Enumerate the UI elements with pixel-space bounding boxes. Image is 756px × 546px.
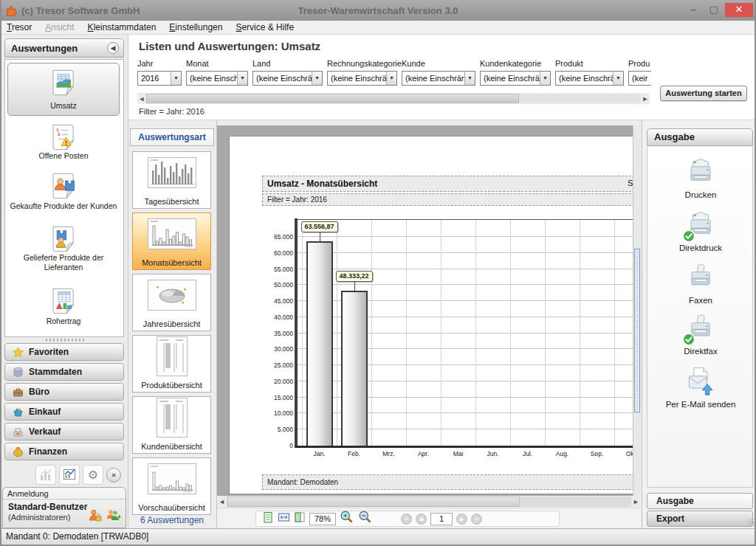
whole-page-view-icon[interactable] — [262, 511, 274, 527]
zoom-out-icon[interactable] — [358, 510, 373, 528]
menu-item-kleinstammdaten[interactable]: Kleinstammdaten — [81, 21, 163, 33]
app-window: (c) Tresor Software GmbH Tresor-Warenwir… — [0, 0, 756, 546]
preview-vscroll-thumb[interactable] — [634, 249, 640, 412]
filter-select-rechnungskategorie[interactable]: (keine Einschrän▼ — [327, 71, 397, 86]
chevron-down-icon[interactable]: ▼ — [540, 72, 550, 85]
output-direktfax[interactable]: Direktfax — [647, 314, 754, 356]
sidebar-header: Auswertungen ◀ — [4, 38, 124, 58]
sidebar-item-umsatz[interactable]: Umsatz — [7, 63, 120, 116]
report-type-monatsübersicht[interactable]: Monatsübersicht — [132, 212, 211, 270]
collapse-sidebar-icon[interactable]: ◀ — [107, 42, 119, 54]
first-page-icon[interactable]: « — [401, 514, 412, 525]
gridline — [337, 220, 337, 446]
x-axis-tick: Jun. — [475, 450, 510, 457]
filter-select-kunde[interactable]: (keine Einschrän▼ — [402, 71, 475, 86]
chevron-down-icon[interactable]: ▼ — [386, 72, 396, 85]
filter-select-produ[interactable]: (keir▼ — [628, 71, 651, 86]
menu-item-tresor[interactable]: Tresor — [0, 21, 38, 33]
sidebar-section-büro[interactable]: Büro — [4, 383, 124, 401]
actual-size-view-icon[interactable] — [294, 511, 306, 526]
add-user-icon[interactable] — [106, 509, 121, 525]
start-report-button[interactable]: Auswertung starten — [660, 86, 747, 101]
output-direktdruck[interactable]: Direktdruck — [647, 209, 754, 252]
chevron-down-icon[interactable]: ▼ — [464, 72, 475, 85]
chevron-down-icon[interactable]: ▼ — [613, 72, 623, 85]
output-header: Ausgabe — [647, 128, 753, 146]
module-chart-button[interactable] — [59, 465, 80, 485]
preview-vertical-scrollbar[interactable] — [633, 125, 641, 496]
scroll-right-icon[interactable]: ► — [631, 498, 641, 505]
scroll-left-icon[interactable]: ◄ — [217, 498, 227, 505]
output-faxen[interactable]: Faxen — [647, 263, 754, 305]
gridline — [441, 220, 441, 446]
menu-item-einstellungen[interactable]: Einstellungen — [162, 21, 229, 33]
filter-select-monat[interactable]: (keine Einschrä▼ — [186, 71, 248, 86]
last-page-icon[interactable]: » — [471, 514, 482, 525]
filter-label-jahr: Jahr — [137, 59, 153, 68]
page-number-input[interactable]: 1 — [430, 513, 453, 525]
chevron-down-icon[interactable]: ▼ — [312, 72, 322, 85]
report-type-kundenübersicht[interactable]: Kundenübersicht — [132, 396, 211, 454]
menu-item-service-hilfe[interactable]: Service & Hilfe — [229, 21, 300, 33]
output-per-e-mail-senden[interactable]: Per E-Mail senden — [647, 365, 754, 409]
output-tab-ausgabe[interactable]: Ausgabe — [647, 493, 753, 509]
filter-select-produkt[interactable]: (keine Einschrän▼ — [555, 71, 624, 86]
preview-horizontal-scrollbar[interactable]: ◄ ► — [217, 496, 641, 508]
scroll-right-icon[interactable]: ► — [641, 95, 650, 103]
sidebar-section-einkauf[interactable]: Einkauf — [4, 403, 124, 421]
statusbar: Mandant 0: Demodaten [TRWADB0] — [0, 528, 756, 545]
filter-value: (keine Einschrän — [402, 72, 464, 85]
filter-scrollbar-thumb[interactable] — [146, 94, 519, 103]
filter-select-kundenkategorie[interactable]: (keine Einschrän▼ — [480, 71, 551, 86]
basket-icon — [13, 407, 24, 418]
data-label-connector — [320, 232, 320, 241]
chevron-down-icon[interactable]: ▼ — [237, 72, 247, 85]
x-axis-tick: Jul. — [510, 450, 545, 457]
zoom-level[interactable]: 78% — [309, 513, 336, 525]
x-axis-tick: Mai — [441, 450, 475, 457]
scroll-left-icon[interactable]: ◄ — [137, 95, 146, 103]
user-lock-icon[interactable] — [89, 509, 102, 525]
overflow-chevron-button[interactable]: » — [106, 468, 121, 483]
sidebar-section-finanzen[interactable]: Finanzen — [4, 443, 124, 460]
sidebar-section-label: Stammdaten — [29, 367, 82, 377]
sidebar-section-favoriten[interactable]: Favoriten — [4, 343, 124, 361]
report-title: Umsatz - Monatsübersicht — [267, 179, 377, 189]
settings-gear-button[interactable]: ⚙ — [83, 465, 103, 485]
filter-label-produkt: Produkt — [555, 59, 583, 68]
sidebar-section-stammdaten[interactable]: Stammdaten — [4, 363, 124, 381]
report-footer-box: Mandant: Demodaten — [262, 474, 641, 490]
next-page-icon[interactable]: ▶ — [456, 514, 467, 525]
resize-grip[interactable] — [748, 519, 755, 526]
output-item-label: Direktfax — [647, 347, 754, 356]
report-type-tagesübersicht[interactable]: Tagesübersicht — [132, 151, 211, 209]
briefcase-icon — [13, 387, 24, 398]
report-type-produktübersicht[interactable]: Produktübersicht — [132, 335, 211, 393]
maximize-icon[interactable]: ▢ — [706, 3, 722, 17]
page-width-view-icon[interactable] — [278, 511, 290, 526]
sidebar-splitter[interactable] — [46, 339, 84, 342]
filter-select-land[interactable]: (keine Einschrän▼ — [252, 71, 323, 86]
previous-page-icon[interactable]: ◀ — [416, 514, 427, 525]
sidebar-item-label: Gelieferte Produkte der Lieferanten — [7, 253, 120, 272]
gridline — [475, 220, 476, 446]
report-type-label: Tagesübersicht — [145, 197, 199, 206]
report-type-vorschauübersicht[interactable]: Vorschauübersicht — [132, 457, 211, 515]
sidebar-section-verkauf[interactable]: Verkauf — [4, 423, 124, 440]
printer-icon — [685, 156, 716, 190]
module-reports-button[interactable] — [35, 465, 56, 485]
sidebar-mini-toolbar: ⚙ » — [1, 463, 128, 487]
bars-dense-thumbnail-icon — [148, 157, 196, 191]
preview-hscroll-thumb[interactable] — [227, 497, 520, 507]
output-drucken[interactable]: Drucken — [647, 156, 754, 199]
report-type-jahresübersicht[interactable]: Jahresübersicht — [132, 274, 211, 331]
menu-item-ansicht[interactable]: Ansicht — [38, 21, 80, 33]
filter-select-jahr[interactable]: 2016▼ — [137, 71, 182, 86]
filter-scrollbar[interactable]: ◄ ► — [137, 93, 650, 104]
close-icon[interactable]: ✕ — [725, 3, 753, 17]
minimize-icon[interactable]: – — [685, 3, 701, 17]
output-tab-export[interactable]: Export — [647, 511, 753, 527]
zoom-in-icon[interactable] — [340, 510, 354, 528]
gridline — [371, 220, 372, 446]
chevron-down-icon[interactable]: ▼ — [171, 72, 181, 85]
